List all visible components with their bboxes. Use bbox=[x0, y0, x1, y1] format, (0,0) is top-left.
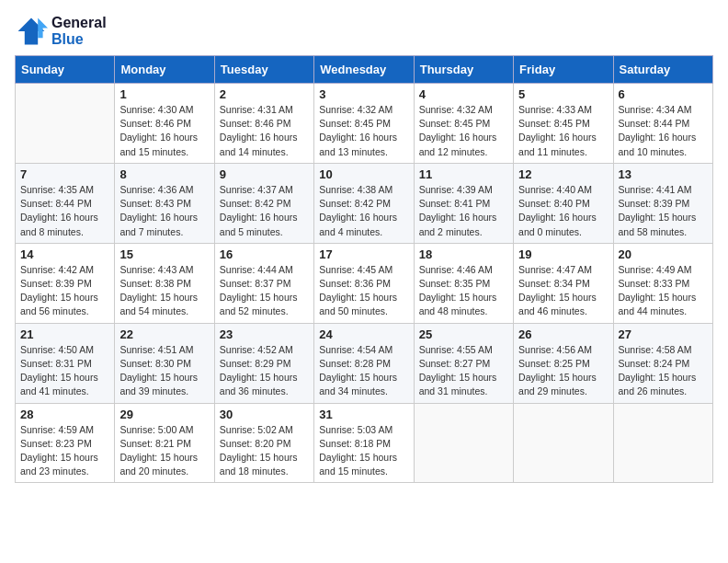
week-row-4: 21Sunrise: 4:50 AM Sunset: 8:31 PM Dayli… bbox=[16, 323, 713, 403]
day-info: Sunrise: 4:46 AM Sunset: 8:35 PM Dayligh… bbox=[419, 263, 508, 319]
day-number: 14 bbox=[20, 247, 109, 261]
day-number: 28 bbox=[20, 408, 109, 421]
day-cell: 29Sunrise: 5:00 AM Sunset: 8:21 PM Dayli… bbox=[115, 403, 214, 483]
day-info: Sunrise: 4:55 AM Sunset: 8:27 PM Dayligh… bbox=[419, 343, 508, 399]
day-number: 13 bbox=[619, 167, 708, 181]
day-number: 1 bbox=[119, 87, 209, 101]
day-info: Sunrise: 4:58 AM Sunset: 8:24 PM Dayligh… bbox=[619, 343, 708, 399]
week-row-1: 1Sunrise: 4:30 AM Sunset: 8:46 PM Daylig… bbox=[16, 84, 713, 164]
day-cell bbox=[613, 403, 712, 483]
day-cell: 16Sunrise: 4:44 AM Sunset: 8:37 PM Dayli… bbox=[214, 243, 313, 323]
day-info: Sunrise: 4:30 AM Sunset: 8:46 PM Dayligh… bbox=[119, 103, 209, 159]
day-cell: 27Sunrise: 4:58 AM Sunset: 8:24 PM Dayli… bbox=[613, 323, 712, 403]
day-info: Sunrise: 4:54 AM Sunset: 8:28 PM Dayligh… bbox=[319, 343, 408, 399]
day-cell: 4Sunrise: 4:32 AM Sunset: 8:45 PM Daylig… bbox=[414, 84, 513, 164]
weekday-header-row: SundayMondayTuesdayWednesdayThursdayFrid… bbox=[16, 56, 713, 84]
day-info: Sunrise: 4:47 AM Sunset: 8:34 PM Dayligh… bbox=[518, 263, 608, 319]
day-cell: 6Sunrise: 4:34 AM Sunset: 8:44 PM Daylig… bbox=[613, 84, 712, 164]
day-cell: 5Sunrise: 4:33 AM Sunset: 8:45 PM Daylig… bbox=[514, 84, 613, 164]
weekday-header-friday: Friday bbox=[514, 56, 613, 84]
day-number: 19 bbox=[518, 247, 608, 261]
day-cell: 11Sunrise: 4:39 AM Sunset: 8:41 PM Dayli… bbox=[414, 163, 513, 243]
day-number: 8 bbox=[119, 167, 209, 181]
day-number: 11 bbox=[419, 167, 508, 181]
day-cell: 9Sunrise: 4:37 AM Sunset: 8:42 PM Daylig… bbox=[214, 163, 313, 243]
day-number: 22 bbox=[119, 327, 209, 341]
day-number: 9 bbox=[220, 167, 309, 181]
day-cell: 14Sunrise: 4:42 AM Sunset: 8:39 PM Dayli… bbox=[16, 243, 115, 323]
day-cell: 28Sunrise: 4:59 AM Sunset: 8:23 PM Dayli… bbox=[16, 403, 115, 483]
logo: General Blue bbox=[15, 15, 107, 48]
day-number: 2 bbox=[220, 87, 309, 101]
weekday-header-wednesday: Wednesday bbox=[314, 56, 414, 84]
day-cell: 18Sunrise: 4:46 AM Sunset: 8:35 PM Dayli… bbox=[414, 243, 513, 323]
day-number: 16 bbox=[220, 247, 309, 261]
week-row-2: 7Sunrise: 4:35 AM Sunset: 8:44 PM Daylig… bbox=[16, 163, 713, 243]
day-number: 23 bbox=[220, 327, 309, 341]
day-info: Sunrise: 4:40 AM Sunset: 8:40 PM Dayligh… bbox=[518, 183, 608, 239]
day-number: 26 bbox=[518, 327, 608, 341]
day-info: Sunrise: 5:03 AM Sunset: 8:18 PM Dayligh… bbox=[319, 423, 408, 479]
day-info: Sunrise: 4:36 AM Sunset: 8:43 PM Dayligh… bbox=[119, 183, 209, 239]
day-info: Sunrise: 4:39 AM Sunset: 8:41 PM Dayligh… bbox=[419, 183, 508, 239]
day-cell: 20Sunrise: 4:49 AM Sunset: 8:33 PM Dayli… bbox=[613, 243, 712, 323]
day-info: Sunrise: 5:00 AM Sunset: 8:21 PM Dayligh… bbox=[119, 423, 209, 479]
day-cell: 8Sunrise: 4:36 AM Sunset: 8:43 PM Daylig… bbox=[115, 163, 214, 243]
day-number: 6 bbox=[619, 87, 708, 101]
calendar-table: SundayMondayTuesdayWednesdayThursdayFrid… bbox=[15, 55, 713, 483]
day-cell: 26Sunrise: 4:56 AM Sunset: 8:25 PM Dayli… bbox=[514, 323, 613, 403]
day-info: Sunrise: 4:59 AM Sunset: 8:23 PM Dayligh… bbox=[20, 423, 109, 479]
day-cell: 23Sunrise: 4:52 AM Sunset: 8:29 PM Dayli… bbox=[214, 323, 313, 403]
day-number: 21 bbox=[20, 327, 109, 341]
day-number: 3 bbox=[319, 87, 408, 101]
day-number: 17 bbox=[319, 247, 408, 261]
day-number: 4 bbox=[419, 87, 508, 101]
day-number: 30 bbox=[220, 408, 309, 421]
day-number: 29 bbox=[119, 408, 209, 421]
day-info: Sunrise: 5:02 AM Sunset: 8:20 PM Dayligh… bbox=[220, 423, 309, 479]
day-number: 10 bbox=[319, 167, 408, 181]
day-cell: 24Sunrise: 4:54 AM Sunset: 8:28 PM Dayli… bbox=[314, 323, 414, 403]
day-cell: 22Sunrise: 4:51 AM Sunset: 8:30 PM Dayli… bbox=[115, 323, 214, 403]
day-info: Sunrise: 4:43 AM Sunset: 8:38 PM Dayligh… bbox=[119, 263, 209, 319]
day-info: Sunrise: 4:51 AM Sunset: 8:30 PM Dayligh… bbox=[119, 343, 209, 399]
weekday-header-monday: Monday bbox=[115, 56, 214, 84]
day-cell: 19Sunrise: 4:47 AM Sunset: 8:34 PM Dayli… bbox=[514, 243, 613, 323]
day-cell: 17Sunrise: 4:45 AM Sunset: 8:36 PM Dayli… bbox=[314, 243, 414, 323]
weekday-header-tuesday: Tuesday bbox=[214, 56, 313, 84]
day-number: 24 bbox=[319, 327, 408, 341]
day-number: 25 bbox=[419, 327, 508, 341]
day-cell: 21Sunrise: 4:50 AM Sunset: 8:31 PM Dayli… bbox=[16, 323, 115, 403]
day-number: 15 bbox=[119, 247, 209, 261]
day-info: Sunrise: 4:33 AM Sunset: 8:45 PM Dayligh… bbox=[518, 103, 608, 159]
day-info: Sunrise: 4:38 AM Sunset: 8:42 PM Dayligh… bbox=[319, 183, 408, 239]
page-header: General Blue bbox=[15, 15, 713, 48]
day-cell: 13Sunrise: 4:41 AM Sunset: 8:39 PM Dayli… bbox=[613, 163, 712, 243]
day-number: 27 bbox=[619, 327, 708, 341]
day-number: 12 bbox=[518, 167, 608, 181]
day-cell bbox=[16, 84, 115, 164]
day-info: Sunrise: 4:50 AM Sunset: 8:31 PM Dayligh… bbox=[20, 343, 109, 399]
day-cell: 2Sunrise: 4:31 AM Sunset: 8:46 PM Daylig… bbox=[214, 84, 313, 164]
day-info: Sunrise: 4:49 AM Sunset: 8:33 PM Dayligh… bbox=[619, 263, 708, 319]
week-row-5: 28Sunrise: 4:59 AM Sunset: 8:23 PM Dayli… bbox=[16, 403, 713, 483]
day-cell: 12Sunrise: 4:40 AM Sunset: 8:40 PM Dayli… bbox=[514, 163, 613, 243]
day-cell: 7Sunrise: 4:35 AM Sunset: 8:44 PM Daylig… bbox=[16, 163, 115, 243]
day-info: Sunrise: 4:31 AM Sunset: 8:46 PM Dayligh… bbox=[220, 103, 309, 159]
weekday-header-thursday: Thursday bbox=[414, 56, 513, 84]
day-number: 31 bbox=[319, 408, 408, 421]
day-info: Sunrise: 4:34 AM Sunset: 8:44 PM Dayligh… bbox=[619, 103, 708, 159]
day-cell: 3Sunrise: 4:32 AM Sunset: 8:45 PM Daylig… bbox=[314, 84, 414, 164]
day-info: Sunrise: 4:32 AM Sunset: 8:45 PM Dayligh… bbox=[319, 103, 408, 159]
day-info: Sunrise: 4:37 AM Sunset: 8:42 PM Dayligh… bbox=[220, 183, 309, 239]
day-cell: 10Sunrise: 4:38 AM Sunset: 8:42 PM Dayli… bbox=[314, 163, 414, 243]
day-info: Sunrise: 4:56 AM Sunset: 8:25 PM Dayligh… bbox=[518, 343, 608, 399]
day-info: Sunrise: 4:35 AM Sunset: 8:44 PM Dayligh… bbox=[20, 183, 109, 239]
week-row-3: 14Sunrise: 4:42 AM Sunset: 8:39 PM Dayli… bbox=[16, 243, 713, 323]
day-number: 5 bbox=[518, 87, 608, 101]
day-number: 7 bbox=[20, 167, 109, 181]
day-cell bbox=[414, 403, 513, 483]
day-number: 18 bbox=[419, 247, 508, 261]
day-cell: 30Sunrise: 5:02 AM Sunset: 8:20 PM Dayli… bbox=[214, 403, 313, 483]
day-info: Sunrise: 4:32 AM Sunset: 8:45 PM Dayligh… bbox=[419, 103, 508, 159]
